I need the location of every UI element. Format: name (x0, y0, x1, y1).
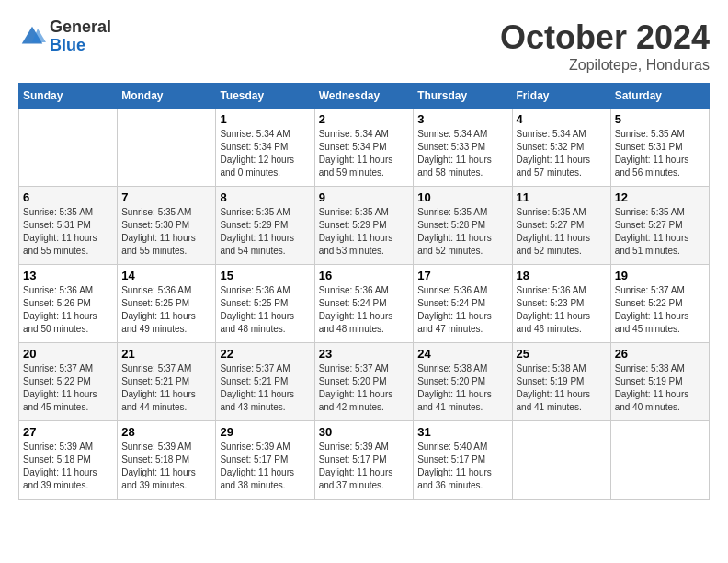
day-number: 16 (319, 269, 410, 282)
day-info: Sunrise: 5:37 AMSunset: 5:20 PMDaylight:… (319, 362, 410, 414)
day-number: 14 (121, 269, 211, 282)
calendar-header-row: SundayMondayTuesdayWednesdayThursdayFrid… (19, 84, 710, 109)
day-info: Sunrise: 5:36 AMSunset: 5:26 PMDaylight:… (23, 284, 113, 336)
logo-text: General Blue (50, 18, 111, 55)
day-number: 4 (517, 112, 607, 126)
day-info: Sunrise: 5:40 AMSunset: 5:17 PMDaylight:… (417, 441, 507, 492)
calendar-cell: 21Sunrise: 5:37 AMSunset: 5:21 PMDayligh… (118, 343, 216, 421)
day-number: 13 (23, 269, 113, 282)
calendar-cell: 7Sunrise: 5:35 AMSunset: 5:30 PMDaylight… (118, 187, 216, 265)
location-subtitle: Zopilotepe, Honduras (500, 57, 710, 74)
day-number: 1 (220, 112, 310, 126)
title-area: October 2024 Zopilotepe, Honduras (500, 18, 710, 74)
calendar-cell: 29Sunrise: 5:39 AMSunset: 5:17 PMDayligh… (216, 421, 314, 500)
day-number: 2 (319, 112, 410, 126)
calendar-cell: 11Sunrise: 5:35 AMSunset: 5:27 PMDayligh… (512, 187, 610, 265)
day-number: 31 (417, 425, 507, 439)
calendar-cell: 22Sunrise: 5:37 AMSunset: 5:21 PMDayligh… (216, 343, 314, 421)
day-info: Sunrise: 5:37 AMSunset: 5:21 PMDaylight:… (220, 362, 310, 414)
day-info: Sunrise: 5:34 AMSunset: 5:34 PMDaylight:… (319, 128, 410, 179)
day-info: Sunrise: 5:38 AMSunset: 5:19 PMDaylight:… (517, 362, 607, 414)
header: General Blue October 2024 Zopilotepe, Ho… (18, 18, 710, 74)
calendar-cell: 13Sunrise: 5:36 AMSunset: 5:26 PMDayligh… (19, 265, 118, 343)
day-number: 21 (121, 347, 211, 361)
day-info: Sunrise: 5:35 AMSunset: 5:27 PMDaylight:… (615, 206, 705, 258)
calendar-cell: 10Sunrise: 5:35 AMSunset: 5:28 PMDayligh… (414, 187, 512, 265)
day-info: Sunrise: 5:35 AMSunset: 5:31 PMDaylight:… (23, 206, 113, 258)
day-number: 24 (417, 347, 507, 361)
logo: General Blue (18, 18, 111, 55)
calendar-cell: 24Sunrise: 5:38 AMSunset: 5:20 PMDayligh… (414, 343, 512, 421)
calendar-cell: 1Sunrise: 5:34 AMSunset: 5:34 PMDaylight… (216, 109, 314, 187)
logo-icon (18, 23, 46, 51)
calendar-week-row: 1Sunrise: 5:34 AMSunset: 5:34 PMDaylight… (19, 109, 710, 187)
calendar-cell: 30Sunrise: 5:39 AMSunset: 5:17 PMDayligh… (314, 421, 414, 500)
calendar-cell: 14Sunrise: 5:36 AMSunset: 5:25 PMDayligh… (118, 265, 216, 343)
logo-blue: Blue (50, 37, 111, 55)
calendar-cell (118, 109, 216, 187)
day-number: 26 (615, 347, 705, 361)
day-info: Sunrise: 5:37 AMSunset: 5:21 PMDaylight:… (121, 362, 211, 414)
calendar-cell: 15Sunrise: 5:36 AMSunset: 5:25 PMDayligh… (216, 265, 314, 343)
calendar-cell: 3Sunrise: 5:34 AMSunset: 5:33 PMDaylight… (414, 109, 512, 187)
weekday-header-wednesday: Wednesday (314, 84, 414, 109)
day-info: Sunrise: 5:35 AMSunset: 5:29 PMDaylight:… (220, 206, 310, 258)
day-info: Sunrise: 5:37 AMSunset: 5:22 PMDaylight:… (23, 362, 113, 414)
day-info: Sunrise: 5:36 AMSunset: 5:25 PMDaylight:… (121, 284, 211, 336)
day-number: 7 (121, 190, 211, 204)
day-number: 23 (319, 347, 410, 361)
calendar-cell: 2Sunrise: 5:34 AMSunset: 5:34 PMDaylight… (314, 109, 414, 187)
day-number: 17 (417, 269, 507, 282)
weekday-header-tuesday: Tuesday (216, 84, 314, 109)
day-info: Sunrise: 5:38 AMSunset: 5:19 PMDaylight:… (615, 362, 705, 414)
day-number: 9 (319, 190, 410, 204)
day-info: Sunrise: 5:35 AMSunset: 5:28 PMDaylight:… (417, 206, 507, 258)
day-number: 11 (517, 190, 607, 204)
calendar-cell (610, 421, 709, 500)
calendar-week-row: 27Sunrise: 5:39 AMSunset: 5:18 PMDayligh… (19, 421, 710, 500)
month-title: October 2024 (500, 18, 710, 57)
day-number: 25 (517, 347, 607, 361)
calendar-cell: 23Sunrise: 5:37 AMSunset: 5:20 PMDayligh… (314, 343, 414, 421)
day-info: Sunrise: 5:36 AMSunset: 5:24 PMDaylight:… (319, 284, 410, 336)
day-info: Sunrise: 5:39 AMSunset: 5:17 PMDaylight:… (220, 441, 310, 492)
day-number: 22 (220, 347, 310, 361)
day-info: Sunrise: 5:35 AMSunset: 5:29 PMDaylight:… (319, 206, 410, 258)
day-number: 29 (220, 425, 310, 439)
day-info: Sunrise: 5:36 AMSunset: 5:25 PMDaylight:… (220, 284, 310, 336)
calendar-cell: 28Sunrise: 5:39 AMSunset: 5:18 PMDayligh… (118, 421, 216, 500)
calendar-cell: 18Sunrise: 5:36 AMSunset: 5:23 PMDayligh… (512, 265, 610, 343)
day-info: Sunrise: 5:35 AMSunset: 5:31 PMDaylight:… (615, 128, 705, 179)
day-info: Sunrise: 5:34 AMSunset: 5:34 PMDaylight:… (220, 128, 310, 179)
day-number: 5 (615, 112, 705, 126)
day-number: 12 (615, 190, 705, 204)
day-info: Sunrise: 5:38 AMSunset: 5:20 PMDaylight:… (417, 362, 507, 414)
calendar-cell: 16Sunrise: 5:36 AMSunset: 5:24 PMDayligh… (314, 265, 414, 343)
calendar-week-row: 6Sunrise: 5:35 AMSunset: 5:31 PMDaylight… (19, 187, 710, 265)
calendar-cell: 4Sunrise: 5:34 AMSunset: 5:32 PMDaylight… (512, 109, 610, 187)
calendar-cell: 9Sunrise: 5:35 AMSunset: 5:29 PMDaylight… (314, 187, 414, 265)
day-number: 8 (220, 190, 310, 204)
day-info: Sunrise: 5:34 AMSunset: 5:33 PMDaylight:… (417, 128, 507, 179)
weekday-header-monday: Monday (118, 84, 216, 109)
calendar-cell (512, 421, 610, 500)
calendar-cell: 6Sunrise: 5:35 AMSunset: 5:31 PMDaylight… (19, 187, 118, 265)
calendar-cell: 27Sunrise: 5:39 AMSunset: 5:18 PMDayligh… (19, 421, 118, 500)
day-number: 6 (23, 190, 113, 204)
day-number: 3 (417, 112, 507, 126)
weekday-header-friday: Friday (512, 84, 610, 109)
calendar-week-row: 20Sunrise: 5:37 AMSunset: 5:22 PMDayligh… (19, 343, 710, 421)
day-number: 15 (220, 269, 310, 282)
logo-general: General (50, 18, 111, 37)
day-number: 28 (121, 425, 211, 439)
day-info: Sunrise: 5:37 AMSunset: 5:22 PMDaylight:… (615, 284, 705, 336)
day-number: 10 (417, 190, 507, 204)
weekday-header-sunday: Sunday (19, 84, 118, 109)
calendar-cell (19, 109, 118, 187)
day-number: 30 (319, 425, 410, 439)
day-info: Sunrise: 5:36 AMSunset: 5:23 PMDaylight:… (517, 284, 607, 336)
day-number: 19 (615, 269, 705, 282)
calendar-cell: 8Sunrise: 5:35 AMSunset: 5:29 PMDaylight… (216, 187, 314, 265)
calendar-cell: 31Sunrise: 5:40 AMSunset: 5:17 PMDayligh… (414, 421, 512, 500)
calendar-week-row: 13Sunrise: 5:36 AMSunset: 5:26 PMDayligh… (19, 265, 710, 343)
